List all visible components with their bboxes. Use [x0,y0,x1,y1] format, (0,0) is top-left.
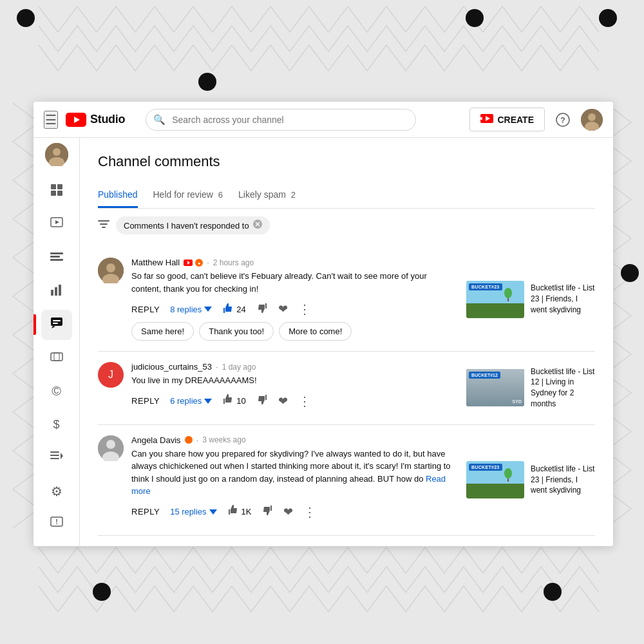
comment-3-more-icon[interactable]: ⋮ [303,504,316,520]
sidebar-item-playlists[interactable] [41,442,72,473]
comment-3-thumbnail[interactable]: BUCKET#23 [466,461,524,498]
comment-3-body: Angela Davis · 3 weeks ago Can you share… [131,435,459,525]
comment-1-thumbdown-icon[interactable] [256,302,268,317]
svg-point-45 [106,263,115,272]
comment-2-reply-button[interactable]: REPLY [131,396,160,406]
svg-rect-38 [98,220,109,222]
svg-marker-19 [55,220,59,224]
comment-2-text: You live in my DREAAAAAAAMS! [131,374,459,387]
playlists-icon [50,450,63,466]
svg-rect-17 [57,191,62,196]
sidebar-item-monetization[interactable] [41,343,72,374]
create-button[interactable]: CREATE [469,108,545,131]
comment-1-like-count: 24 [236,305,245,314]
monetization-icon [50,350,63,366]
user-avatar[interactable] [581,109,603,131]
comment-1-reply-button[interactable]: REPLY [131,305,160,314]
comment-2-author: judicious_curtains_53 [131,362,212,372]
comment-1-more-icon[interactable]: ⋮ [298,301,311,317]
comment-1-header: Matthew Hall ● · 2 hour [131,258,459,267]
svg-rect-32 [50,451,59,453]
decorative-dot-5 [621,264,639,282]
search-input[interactable] [146,109,416,131]
sidebar-item-copyright[interactable]: © [41,376,72,407]
tab-published[interactable]: Published [98,183,138,208]
help-button[interactable]: ? [553,109,573,130]
page-title: Channel comments [98,153,595,170]
svg-rect-61 [507,478,509,482]
svg-marker-35 [61,453,63,459]
comment-1-video-title[interactable]: Bucketlist life - List 23 | Friends, I w… [531,283,595,315]
comment-3-replies-button[interactable]: 15 replies [170,507,216,516]
decorative-dot-4 [198,73,216,91]
main-content: Channel comments Published Held for revi… [80,138,613,546]
comment-3-read-more[interactable]: Read more [131,474,446,497]
comment-1-thumbup-icon[interactable] [222,303,234,316]
quick-chip-more-to-come[interactable]: More to come! [279,322,352,341]
svg-point-52 [504,288,512,298]
filter-chip-label: Comments I haven't responded to [124,221,249,231]
logo-area[interactable]: Studio [66,113,125,127]
comment-3-heart-icon[interactable]: ❤ [283,505,293,519]
svg-point-58 [185,436,193,444]
sidebar-item-comments[interactable] [41,310,72,341]
comment-3-badges [185,436,193,444]
svg-rect-22 [50,259,63,261]
menu-icon[interactable]: ☰ [44,111,58,129]
svg-text:?: ? [560,115,565,124]
tab-likely-spam[interactable]: Likely spam 2 [238,183,296,208]
sidebar-item-settings[interactable]: ⚙ [41,476,72,507]
svg-text:●: ● [198,261,200,265]
svg-rect-24 [55,287,57,296]
comment-1-quick-replies: Same here! Thank you too! More to come! [131,322,459,341]
comment-2-body: judicious_curtains_53 · 1 day ago You li… [131,362,459,414]
svg-point-12 [53,148,61,156]
tab-held-for-review[interactable]: Held for review 6 [153,183,223,208]
settings-icon: ⚙ [51,484,62,499]
comment-3-reply-button[interactable]: REPLY [131,507,160,516]
quick-chip-thank-you[interactable]: Thank you too! [199,322,274,341]
sidebar-item-dashboard[interactable] [41,176,72,207]
sidebar-avatar[interactable] [45,143,68,166]
filter-chip[interactable]: Comments I haven't responded to [116,216,270,234]
nav-right: CREATE ? [469,108,603,131]
sidebar-item-analytics[interactable] [41,276,72,307]
comment-3-thumbdown-icon[interactable] [261,504,273,519]
svg-rect-23 [51,290,53,296]
comment-card-3: Angela Davis · 3 weeks ago Can you share… [98,425,595,536]
comment-3-likes: 1K [227,504,252,519]
svg-marker-51 [204,307,212,312]
comment-1-heart-icon[interactable]: ❤ [278,302,288,316]
analytics-icon [50,283,63,299]
svg-rect-14 [51,184,56,189]
sidebar-item-earn[interactable]: $ [41,409,72,440]
svg-rect-31 [54,353,59,361]
comment-3-text: Can you share how you prepared for skydi… [131,448,459,498]
sidebar-item-content[interactable] [41,210,72,241]
earn-icon: $ [53,418,59,431]
comment-3-video-title[interactable]: Bucketlist life - List 23 | Friends, I w… [531,464,595,496]
comment-2-time: 1 day ago [222,363,256,372]
comment-1-video-info: BUCKET#23 Bucketlist life - List 23 | Fr… [466,258,595,341]
comment-2-thumbnail[interactable]: BUCKET#12 SYD [466,369,524,406]
svg-rect-15 [57,184,62,189]
comment-1-thumbnail[interactable]: BUCKET#23 [466,281,524,318]
main-window: ☰ Studio 🔍 [33,102,613,546]
filter-chip-close-icon[interactable] [253,220,262,231]
comment-2-thumbdown-icon[interactable] [256,393,268,408]
comment-3-author: Angela Davis [131,435,181,445]
comment-2-replies-button[interactable]: 6 replies [170,396,212,406]
svg-rect-29 [53,323,58,324]
comment-2-more-icon[interactable]: ⋮ [298,393,311,409]
sidebar-item-subtitles[interactable] [41,243,72,274]
svg-point-9 [588,113,596,121]
comment-3-thumbup-icon[interactable] [227,504,239,519]
comment-2-video-title[interactable]: Bucketlist life - List 12 | Living in Sy… [531,366,595,410]
quick-chip-same-here[interactable]: Same here! [131,322,194,341]
comment-2-thumbup-icon[interactable] [222,393,234,408]
filter-icon[interactable] [98,219,109,232]
sidebar-item-feedback[interactable]: ! [41,509,72,540]
comment-1-replies-button[interactable]: 8 replies [170,305,212,314]
comment-2-likes: 10 [222,393,245,408]
comment-2-heart-icon[interactable]: ❤ [278,394,288,408]
